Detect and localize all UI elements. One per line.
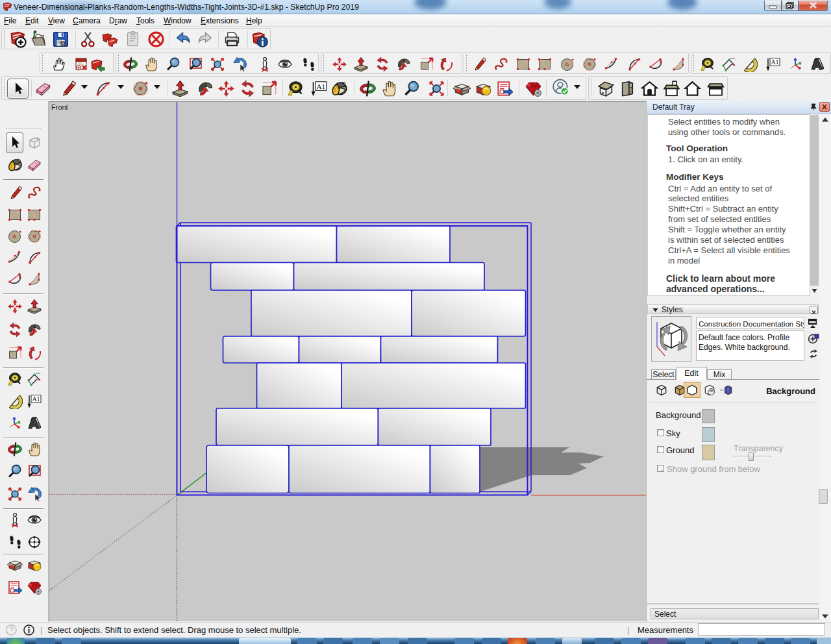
svg-text:?: ? xyxy=(9,626,13,634)
